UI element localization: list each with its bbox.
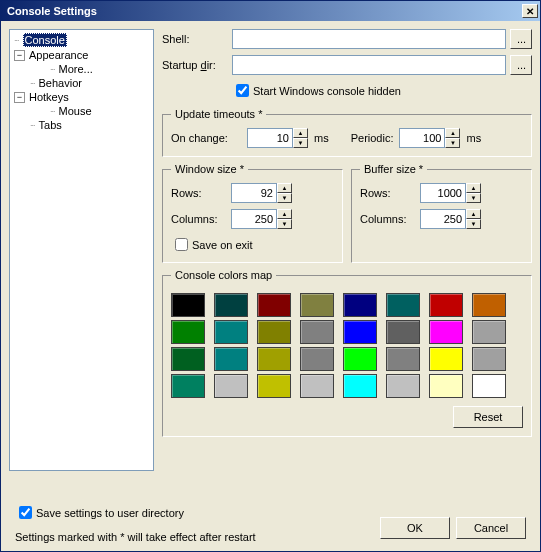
tree-item-mouse[interactable]: ···Mouse bbox=[12, 104, 151, 118]
spinner-down-icon[interactable]: ▼ bbox=[293, 138, 308, 148]
start-hidden-checkbox[interactable] bbox=[236, 84, 249, 97]
color-swatch-16[interactable] bbox=[171, 347, 205, 371]
color-swatch-23[interactable] bbox=[472, 347, 506, 371]
color-swatch-21[interactable] bbox=[386, 347, 420, 371]
ok-button[interactable]: OK bbox=[380, 517, 450, 539]
window-cols-input[interactable] bbox=[231, 209, 277, 229]
tree-item-more[interactable]: ···More... bbox=[12, 62, 151, 76]
color-swatch-8[interactable] bbox=[171, 320, 205, 344]
color-swatch-6[interactable] bbox=[429, 293, 463, 317]
color-swatch-27[interactable] bbox=[300, 374, 334, 398]
color-swatch-15[interactable] bbox=[472, 320, 506, 344]
tree-item-tabs[interactable]: ···Tabs bbox=[12, 118, 151, 132]
color-swatch-2[interactable] bbox=[257, 293, 291, 317]
color-swatch-25[interactable] bbox=[214, 374, 248, 398]
window-size-group: Window size * Rows:▲▼ Columns:▲▼ Save on… bbox=[162, 163, 343, 263]
color-swatch-17[interactable] bbox=[214, 347, 248, 371]
restart-note: Settings marked with * will take effect … bbox=[15, 531, 256, 543]
color-swatch-1[interactable] bbox=[214, 293, 248, 317]
on-change-input[interactable] bbox=[247, 128, 293, 148]
settings-window: Console Settings ✕ ···Console −Appearanc… bbox=[0, 0, 541, 552]
spinner-up-icon[interactable]: ▲ bbox=[466, 209, 481, 219]
shell-browse-button[interactable]: ... bbox=[510, 29, 532, 49]
spinner-up-icon[interactable]: ▲ bbox=[277, 209, 292, 219]
color-swatch-14[interactable] bbox=[429, 320, 463, 344]
spinner-down-icon[interactable]: ▼ bbox=[466, 219, 481, 229]
tree-line-icon: ··· bbox=[14, 35, 19, 45]
update-timeouts-group: Update timeouts * On change: ▲▼ ms Perio… bbox=[162, 108, 532, 157]
buffer-size-group: Buffer size * Rows:▲▼ Columns:▲▼ bbox=[351, 163, 532, 263]
on-change-label: On change: bbox=[171, 132, 241, 144]
color-swatch-13[interactable] bbox=[386, 320, 420, 344]
color-swatch-19[interactable] bbox=[300, 347, 334, 371]
cancel-button[interactable]: Cancel bbox=[456, 517, 526, 539]
color-swatch-7[interactable] bbox=[472, 293, 506, 317]
periodic-label: Periodic: bbox=[351, 132, 394, 144]
colors-group: Console colors map Reset bbox=[162, 269, 532, 437]
color-swatch-9[interactable] bbox=[214, 320, 248, 344]
color-swatch-20[interactable] bbox=[343, 347, 377, 371]
startup-dir-label: Startup dir: bbox=[162, 59, 232, 71]
tree-item-hotkeys[interactable]: −Hotkeys bbox=[12, 90, 151, 104]
spinner-down-icon[interactable]: ▼ bbox=[277, 193, 292, 203]
color-swatch-4[interactable] bbox=[343, 293, 377, 317]
tree-line-icon: ··· bbox=[30, 120, 35, 130]
window-rows-label: Rows: bbox=[171, 187, 231, 199]
color-swatch-0[interactable] bbox=[171, 293, 205, 317]
tree-line-icon: ··· bbox=[30, 78, 35, 88]
tree-item-appearance[interactable]: −Appearance bbox=[12, 48, 151, 62]
category-tree[interactable]: ···Console −Appearance ···More... ···Beh… bbox=[9, 29, 154, 471]
tree-item-console[interactable]: ···Console bbox=[12, 32, 151, 48]
color-swatch-22[interactable] bbox=[429, 347, 463, 371]
save-user-dir-checkbox[interactable] bbox=[19, 506, 32, 519]
color-swatch-29[interactable] bbox=[386, 374, 420, 398]
color-swatch-11[interactable] bbox=[300, 320, 334, 344]
collapse-icon[interactable]: − bbox=[14, 50, 25, 61]
startup-dir-input[interactable] bbox=[232, 55, 506, 75]
window-size-legend: Window size * bbox=[171, 163, 248, 175]
spinner-up-icon[interactable]: ▲ bbox=[445, 128, 460, 138]
spinner-up-icon[interactable]: ▲ bbox=[277, 183, 292, 193]
color-swatch-30[interactable] bbox=[429, 374, 463, 398]
startup-dir-browse-button[interactable]: ... bbox=[510, 55, 532, 75]
update-timeouts-legend: Update timeouts * bbox=[171, 108, 266, 120]
buffer-cols-input[interactable] bbox=[420, 209, 466, 229]
shell-label: Shell: bbox=[162, 33, 232, 45]
buffer-rows-input[interactable] bbox=[420, 183, 466, 203]
spinner-down-icon[interactable]: ▼ bbox=[277, 219, 292, 229]
color-swatch-18[interactable] bbox=[257, 347, 291, 371]
titlebar: Console Settings ✕ bbox=[1, 1, 540, 21]
save-user-dir-label: Save settings to user directory bbox=[36, 507, 184, 519]
color-swatch-28[interactable] bbox=[343, 374, 377, 398]
spinner-up-icon[interactable]: ▲ bbox=[466, 183, 481, 193]
color-swatch-24[interactable] bbox=[171, 374, 205, 398]
color-swatch-26[interactable] bbox=[257, 374, 291, 398]
window-title: Console Settings bbox=[7, 5, 522, 17]
window-cols-label: Columns: bbox=[171, 213, 231, 225]
colors-legend: Console colors map bbox=[171, 269, 276, 281]
color-swatch-31[interactable] bbox=[472, 374, 506, 398]
tree-line-icon: ··· bbox=[50, 64, 55, 74]
periodic-input[interactable] bbox=[399, 128, 445, 148]
tree-item-behavior[interactable]: ···Behavior bbox=[12, 76, 151, 90]
reset-button[interactable]: Reset bbox=[453, 406, 523, 428]
content-area: ···Console −Appearance ···More... ···Beh… bbox=[1, 21, 540, 551]
buffer-cols-label: Columns: bbox=[360, 213, 420, 225]
start-hidden-label: Start Windows console hidden bbox=[253, 85, 401, 97]
color-swatch-5[interactable] bbox=[386, 293, 420, 317]
buffer-rows-label: Rows: bbox=[360, 187, 420, 199]
settings-panel: Shell: ... Startup dir: ... Start Window… bbox=[162, 29, 532, 471]
save-on-exit-label: Save on exit bbox=[192, 239, 253, 251]
window-rows-input[interactable] bbox=[231, 183, 277, 203]
collapse-icon[interactable]: − bbox=[14, 92, 25, 103]
color-swatch-10[interactable] bbox=[257, 320, 291, 344]
spinner-up-icon[interactable]: ▲ bbox=[293, 128, 308, 138]
spinner-down-icon[interactable]: ▼ bbox=[466, 193, 481, 203]
color-swatch-12[interactable] bbox=[343, 320, 377, 344]
spinner-down-icon[interactable]: ▼ bbox=[445, 138, 460, 148]
shell-input[interactable] bbox=[232, 29, 506, 49]
close-button[interactable]: ✕ bbox=[522, 4, 538, 18]
color-swatch-3[interactable] bbox=[300, 293, 334, 317]
save-on-exit-checkbox[interactable] bbox=[175, 238, 188, 251]
ms-label: ms bbox=[314, 132, 329, 144]
